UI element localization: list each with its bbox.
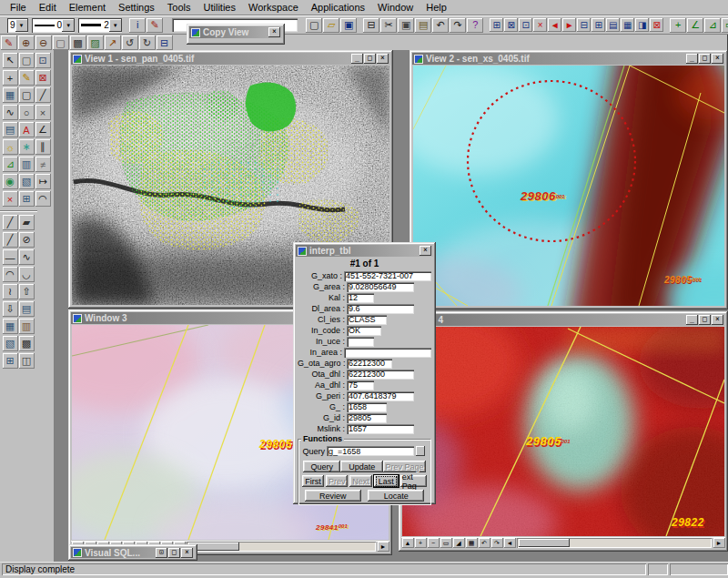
prev-page-button[interactable]: Prev Page	[383, 461, 426, 472]
field-in-area[interactable]	[344, 348, 431, 358]
measure-perimeter-icon[interactable]: ▭	[722, 18, 728, 33]
maximize-button[interactable]: □	[699, 315, 711, 325]
print-icon[interactable]: ⊟	[363, 18, 379, 33]
field-g-xato[interactable]	[344, 271, 431, 281]
new-file-icon[interactable]: ▢	[306, 18, 322, 33]
view-update-icon[interactable]: ⊞	[490, 18, 503, 32]
origin-icon[interactable]: +	[3, 70, 18, 86]
update-brush-icon[interactable]: ✎	[1, 35, 17, 50]
dialog-titlebar[interactable]: interp_tbl ×	[296, 245, 433, 257]
measure-distance-icon[interactable]: +	[670, 18, 686, 33]
close-button[interactable]: ×	[712, 315, 723, 325]
scrollbar-thumb[interactable]	[519, 539, 570, 547]
close-button[interactable]: ×	[268, 27, 280, 37]
window-area-icon[interactable]: ▭	[440, 538, 452, 548]
maximize-button[interactable]: □	[168, 548, 180, 558]
delete-vertex-icon[interactable]: ⊠	[35, 70, 51, 86]
bulb-icon[interactable]: ☼	[3, 139, 18, 155]
shape-icon[interactable]: ▢	[19, 87, 35, 103]
view-open-icon[interactable]: ⊞	[592, 18, 605, 32]
image-frame-icon[interactable]: ▥	[19, 157, 35, 172]
line-style-combo[interactable]: 0 ▼	[32, 18, 76, 33]
copy-view-titlebar[interactable]: Copy View ×	[189, 26, 282, 38]
minimize-button[interactable]: _	[351, 54, 363, 64]
minimize-button[interactable]: _	[686, 54, 698, 64]
close-button[interactable]: ×	[712, 54, 723, 64]
measure-area-icon[interactable]: ⊿	[704, 18, 721, 33]
arc-down-icon[interactable]: ◡	[19, 267, 35, 282]
review-button[interactable]: Review	[305, 490, 361, 502]
prev-button[interactable]: Prev	[326, 475, 348, 487]
paste-icon[interactable]: ▤	[415, 18, 431, 33]
drive-reverse-icon[interactable]: ◄	[548, 18, 561, 32]
field-kal[interactable]	[347, 293, 374, 303]
menu-file[interactable]: File	[4, 1, 33, 14]
line-weight-combo[interactable]: 2 ▼	[78, 18, 122, 33]
help-icon[interactable]: ?	[467, 18, 483, 33]
field-g[interactable]	[347, 402, 387, 412]
select-pointer-icon[interactable]: ↖	[3, 53, 18, 68]
grid-a-icon[interactable]: ▤	[19, 301, 35, 317]
measure-angle-icon[interactable]: ∠	[687, 18, 703, 33]
arrow-down-icon[interactable]: ⇩	[3, 301, 18, 317]
last-button[interactable]: Last	[374, 475, 399, 487]
query-aux-box[interactable]	[416, 446, 425, 456]
field-in-uce[interactable]	[347, 337, 374, 347]
field-mslink[interactable]	[347, 424, 414, 434]
text-icon[interactable]: A	[19, 122, 35, 137]
parallel-move-icon[interactable]: ≠	[35, 157, 51, 172]
copy-raster-icon[interactable]: ▧	[19, 174, 35, 189]
view-delete-icon[interactable]: ×	[533, 18, 547, 32]
view-attributes-icon[interactable]: ▤	[606, 18, 620, 32]
arrow-up-icon[interactable]: ⇧	[19, 284, 35, 299]
grid-g-icon[interactable]: ◫	[19, 353, 35, 369]
pan-view-icon[interactable]: +	[415, 538, 427, 548]
parallel-icon[interactable]: ∥	[35, 139, 51, 155]
view-levels-icon[interactable]: ▦	[621, 18, 634, 32]
raster-icon[interactable]: ▦	[3, 87, 18, 103]
drive-forward-icon[interactable]: ►	[562, 18, 576, 32]
intersect-icon[interactable]: ×	[35, 105, 51, 120]
grid-b-icon[interactable]: ▦	[3, 319, 18, 334]
measure-tool-icon[interactable]: ⊿	[3, 157, 18, 172]
menu-edit[interactable]: Edit	[33, 1, 63, 14]
field-g-area[interactable]	[347, 282, 414, 292]
field-g-ota-agro[interactable]	[347, 359, 392, 369]
next-page-button[interactable]: ext Pag	[400, 475, 427, 487]
globe-icon[interactable]: ◉	[3, 174, 18, 189]
cut-icon[interactable]: ✂	[380, 18, 397, 33]
horizontal-scrollbar[interactable]	[517, 538, 712, 548]
zoom-out-icon[interactable]: ⊖	[35, 35, 52, 50]
view1-titlebar[interactable]: View 1 - sen_pan_0405.tif _ □ ×	[71, 53, 390, 65]
minimize-button[interactable]: _	[686, 315, 698, 325]
field-dl-area[interactable]	[347, 304, 414, 314]
info-icon[interactable]: i	[129, 18, 146, 33]
maximize-button[interactable]: □	[699, 54, 711, 64]
query-button[interactable]: Query	[303, 461, 340, 472]
horizontal-scrollbar[interactable]	[187, 542, 376, 552]
view-fit-icon[interactable]: ⊡	[519, 18, 532, 32]
diag-line2-icon[interactable]: ╱	[3, 232, 18, 248]
menu-window[interactable]: Window	[371, 1, 420, 14]
grid-c-icon[interactable]: ▥	[19, 319, 35, 334]
symbology-combo[interactable]: 9 ▼	[7, 18, 28, 33]
pattern-icon[interactable]: ∗	[19, 139, 35, 155]
next-button[interactable]: Next	[349, 475, 371, 487]
scroll-right-button[interactable]: ►	[378, 542, 389, 552]
corner-view-icon[interactable]: ⊡	[35, 53, 51, 68]
menu-help[interactable]: Help	[420, 1, 453, 14]
wave-icon[interactable]: ∿	[19, 249, 35, 265]
close-button[interactable]: ×	[377, 54, 389, 64]
grid-f-icon[interactable]: ⊞	[3, 353, 18, 369]
keyin-brush-icon[interactable]: ✎	[147, 18, 163, 33]
zoom-out-view-icon[interactable]: −	[428, 538, 440, 548]
circle-icon[interactable]: ○	[19, 105, 35, 120]
connect-icon[interactable]: ↦	[35, 174, 51, 189]
grid-d-icon[interactable]: ▧	[3, 336, 18, 351]
view-close-icon[interactable]: ⊠	[504, 18, 518, 32]
view-next-icon[interactable]: ↷	[491, 538, 503, 548]
line-select-icon[interactable]: ▰	[19, 215, 35, 230]
undo-icon[interactable]: ↶	[432, 18, 449, 33]
scroll-right-button[interactable]: ►	[713, 538, 725, 548]
image-swatch-icon[interactable]: ▩	[70, 35, 86, 50]
